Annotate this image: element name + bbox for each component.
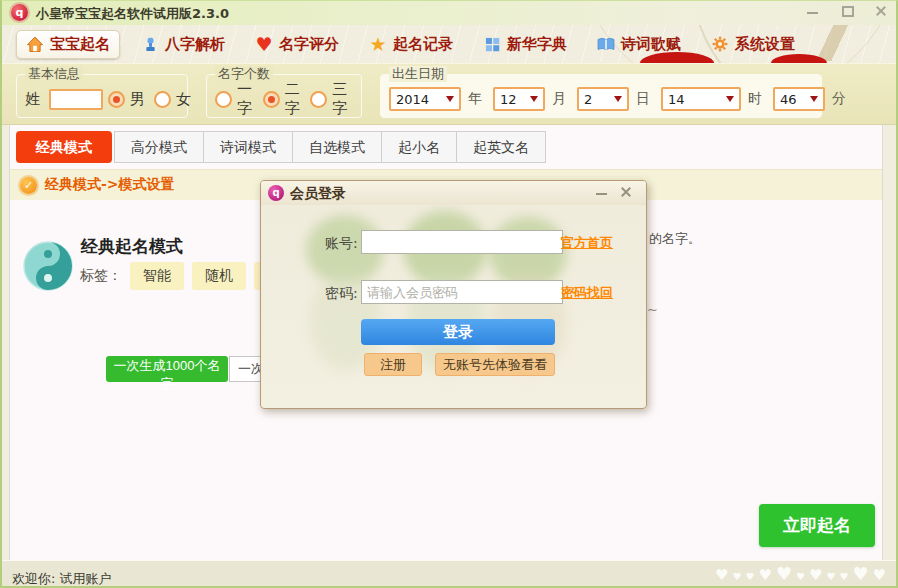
gender-male-radio[interactable]	[108, 91, 125, 108]
dialog-title: 会员登录	[290, 185, 346, 203]
minimize-icon[interactable]	[806, 5, 820, 17]
badge-check-icon: ✓	[20, 177, 37, 194]
chevron-down-icon	[446, 96, 454, 102]
count-one-radio[interactable]	[215, 91, 232, 108]
app-logo-icon: q	[11, 4, 28, 21]
nav-item-name-score[interactable]: ♥ 名字评分	[246, 31, 348, 58]
hearts-decoration: ♥♥♥♥♥♥♥♥♥♥♥	[715, 563, 890, 584]
nav-item-label: 宝宝起名	[50, 35, 110, 54]
month-unit: 月	[552, 90, 566, 108]
tab-custom-mode[interactable]: 自选模式	[293, 131, 382, 163]
month-select[interactable]: 12	[493, 87, 545, 111]
tab-high-score-mode[interactable]: 高分模式	[114, 131, 204, 163]
tag-random[interactable]: 随机	[192, 262, 246, 290]
count-three-label[interactable]: 三字	[332, 80, 349, 118]
count-two-label[interactable]: 二字	[285, 80, 302, 118]
chevron-down-icon	[810, 96, 818, 102]
window-controls	[806, 5, 888, 17]
name-count-group: 名字个数 一字 二字 三字	[206, 74, 362, 118]
nav-item-bazi-analysis[interactable]: 八字解析	[132, 31, 234, 58]
official-home-link[interactable]: 官方首页	[561, 234, 613, 252]
tab-classic-mode[interactable]: 经典模式	[16, 131, 112, 163]
password-recovery-link[interactable]: 密码找回	[561, 284, 613, 302]
generate-1000-names-button[interactable]: 一次生成1000个名字	[106, 356, 228, 382]
dialog-title-bar: q 会员登录	[261, 181, 646, 205]
year-value: 2014	[396, 92, 429, 107]
gender-male-label[interactable]: 男	[130, 90, 145, 109]
account-input[interactable]	[361, 230, 563, 254]
nav-item-label: 八字解析	[165, 35, 225, 54]
start-naming-button[interactable]: 立即起名	[759, 504, 875, 547]
form-bar: 基本信息 姓 男 女 名字个数 一字 二字 三字 出生日期	[2, 63, 896, 125]
tab-poetry-mode[interactable]: 诗词模式	[204, 131, 293, 163]
seal-icon	[141, 36, 159, 53]
window-title: 小皇帝宝宝起名软件试用版2.3.0	[36, 5, 229, 23]
tab-nickname[interactable]: 起小名	[382, 131, 457, 163]
dialog-minimize-icon[interactable]	[594, 185, 610, 199]
surname-label: 姓	[25, 90, 40, 109]
app-window: q 小皇帝宝宝起名软件试用版2.3.0 宝宝起名 八字解析 ♥ 名字评分 ★	[0, 0, 898, 588]
gear-icon	[711, 36, 729, 53]
count-three-radio[interactable]	[310, 91, 327, 108]
count-two-radio[interactable]	[263, 91, 280, 108]
nav-item-poetry[interactable]: 诗词歌赋	[588, 31, 690, 58]
text-fragment: 的名字。	[649, 230, 701, 248]
nav-item-label: 系统设置	[735, 35, 795, 54]
book-icon	[597, 36, 615, 53]
hour-value: 14	[668, 92, 685, 107]
gender-female-radio[interactable]	[154, 91, 171, 108]
chevron-down-icon	[530, 96, 538, 102]
breadcrumb-text: 经典模式->模式设置	[45, 176, 175, 194]
password-label: 密码:	[325, 285, 358, 303]
count-one-label[interactable]: 一字	[237, 80, 254, 118]
day-value: 2	[584, 92, 592, 107]
home-icon	[26, 36, 44, 53]
status-bar: 欢迎你: 试用账户 ♥♥♥♥♥♥♥♥♥♥♥	[2, 560, 896, 586]
day-select[interactable]: 2	[577, 87, 629, 111]
surname-input[interactable]	[49, 89, 103, 110]
name-count-legend: 名字个数	[215, 66, 273, 82]
login-dialog: q 会员登录 账号: 官方首页 密码: 密码找回 登录 注册 无账号先体验看看	[260, 180, 647, 409]
mode-title: 经典起名模式	[81, 235, 183, 258]
tag-smart[interactable]: 智能	[130, 262, 184, 290]
tab-english-name[interactable]: 起英文名	[457, 131, 546, 163]
nav-item-system-settings[interactable]: 系统设置	[702, 31, 804, 58]
year-select[interactable]: 2014	[389, 87, 461, 111]
chevron-down-icon	[614, 96, 622, 102]
year-unit: 年	[468, 90, 482, 108]
trial-no-account-button[interactable]: 无账号先体验看看	[435, 353, 555, 376]
day-unit: 日	[636, 90, 650, 108]
dictionary-icon	[483, 36, 501, 53]
nav-item-label: 诗词歌赋	[621, 35, 681, 54]
nav-item-label: 名字评分	[279, 35, 339, 54]
nav-item-label: 新华字典	[507, 35, 567, 54]
basic-info-group: 基本信息 姓 男 女	[16, 74, 188, 118]
login-button[interactable]: 登录	[361, 319, 555, 345]
title-bar: q 小皇帝宝宝起名软件试用版2.3.0	[2, 1, 896, 25]
nav-item-xinhua-dictionary[interactable]: 新华字典	[474, 31, 576, 58]
basic-info-legend: 基本信息	[25, 66, 83, 82]
nav-item-label: 起名记录	[393, 35, 453, 54]
star-icon: ★	[369, 36, 387, 53]
month-value: 12	[500, 92, 517, 107]
dialog-logo-icon: q	[268, 185, 284, 201]
minute-value: 46	[780, 92, 797, 107]
minute-select[interactable]: 46	[773, 87, 825, 111]
taiji-icon	[23, 241, 73, 291]
mode-tabs: 经典模式 高分模式 诗词模式 自选模式 起小名 起英文名	[16, 131, 546, 163]
dialog-close-icon[interactable]	[618, 185, 634, 199]
minute-unit: 分	[832, 90, 846, 108]
hour-select[interactable]: 14	[661, 87, 741, 111]
nav-item-naming-records[interactable]: ★ 起名记录	[360, 31, 462, 58]
close-icon[interactable]	[874, 5, 888, 17]
chevron-down-icon	[726, 96, 734, 102]
birth-date-legend: 出生日期	[389, 66, 447, 82]
register-button[interactable]: 注册	[364, 353, 422, 376]
welcome-status: 欢迎你: 试用账户	[12, 570, 112, 588]
password-input[interactable]	[361, 280, 563, 304]
maximize-icon[interactable]	[840, 5, 854, 17]
nav-item-baby-naming[interactable]: 宝宝起名	[16, 30, 120, 59]
gender-female-label[interactable]: 女	[176, 90, 191, 109]
main-nav: 宝宝起名 八字解析 ♥ 名字评分 ★ 起名记录 新华字典 诗词歌赋	[2, 25, 896, 63]
account-label: 账号:	[325, 235, 358, 253]
